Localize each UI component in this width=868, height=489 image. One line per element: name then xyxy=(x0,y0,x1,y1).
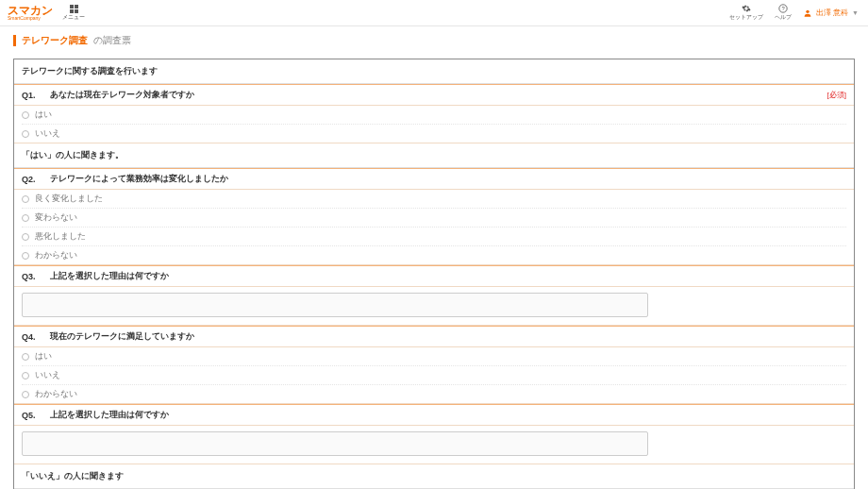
page-title: テレワーク調査 xyxy=(22,34,88,47)
section-title: 「いいえ」の人に聞きます xyxy=(14,464,854,489)
topbar-right: セットアップ ? ヘルプ 出澤 意科 ▼ xyxy=(729,4,859,22)
question-number: Q3. xyxy=(22,272,42,281)
gear-icon xyxy=(742,4,751,13)
radio-icon xyxy=(22,130,29,138)
textarea-wrap xyxy=(14,426,854,464)
radio-option[interactable]: はい xyxy=(22,347,846,366)
question-header: Q3.上記を選択した理由は何ですか xyxy=(14,265,854,287)
accent-bar xyxy=(13,35,16,46)
section-title: 「はい」の人に聞きます。 xyxy=(14,143,854,168)
svg-point-2 xyxy=(806,9,809,12)
options: はいいいえ xyxy=(14,106,854,143)
radio-option[interactable]: 良く変化しました xyxy=(22,190,846,209)
question: Q1.あなたは現在テレワーク対象者ですか[必須]はいいいえ xyxy=(14,84,854,143)
option-label: はい xyxy=(35,109,52,121)
radio-icon xyxy=(22,372,29,379)
page-suffix: の調査票 xyxy=(93,34,131,47)
radio-option[interactable]: わからない xyxy=(22,385,846,403)
radio-icon xyxy=(22,353,29,361)
question-number: Q2. xyxy=(22,175,42,184)
option-label: わからない xyxy=(35,249,77,261)
menu-label: メニュー xyxy=(62,13,85,22)
logo[interactable]: スマカン SmartCompany xyxy=(8,5,53,21)
radio-option[interactable]: いいえ xyxy=(22,366,846,385)
option-label: はい xyxy=(35,350,52,363)
radio-option[interactable]: はい xyxy=(22,106,846,125)
help-button[interactable]: ? ヘルプ xyxy=(775,4,792,22)
question-number: Q1. xyxy=(22,91,42,100)
setup-button[interactable]: セットアップ xyxy=(729,4,763,22)
radio-icon xyxy=(22,195,29,203)
radio-option[interactable]: いいえ xyxy=(22,125,846,143)
grid-icon xyxy=(70,5,78,13)
question-header: Q4.現在のテレワークに満足していますか xyxy=(14,326,854,347)
radio-option[interactable]: 悪化しました xyxy=(22,228,846,246)
radio-icon xyxy=(22,214,29,222)
question: Q3.上記を選択した理由は何ですか xyxy=(14,265,854,326)
user-menu[interactable]: 出澤 意科 ▼ xyxy=(803,8,859,18)
survey-container: テレワークに関する調査を行いますQ1.あなたは現在テレワーク対象者ですか[必須]… xyxy=(13,59,855,489)
textarea-input[interactable] xyxy=(22,293,648,317)
radio-option[interactable]: 変わらない xyxy=(22,209,846,228)
options: 良く変化しました変わらない悪化しましたわからない xyxy=(14,190,854,264)
topbar: スマカン SmartCompany メニュー セットアップ ? ヘルプ 出澤 意… xyxy=(0,0,868,26)
question: Q2.テレワークによって業務効率は変化しましたか良く変化しました変わらない悪化し… xyxy=(14,168,854,265)
textarea-wrap xyxy=(14,287,854,325)
radio-option[interactable]: わからない xyxy=(22,246,846,264)
question-text: 現在のテレワークに満足していますか xyxy=(50,330,194,343)
question-number: Q4. xyxy=(22,332,42,342)
option-label: 悪化しました xyxy=(35,230,86,243)
question: Q5.上記を選択した理由は何ですか xyxy=(14,404,854,464)
page-header: テレワーク調査 の調査票 xyxy=(0,26,868,55)
question-number: Q5. xyxy=(22,411,42,420)
radio-icon xyxy=(22,233,29,241)
options: はいいいえわからない xyxy=(14,347,854,403)
option-label: いいえ xyxy=(35,127,60,140)
option-label: わからない xyxy=(35,388,77,400)
user-icon xyxy=(803,8,812,18)
question-text: 上記を選択した理由は何ですか xyxy=(50,409,169,421)
section-title: テレワークに関する調査を行います xyxy=(14,59,854,84)
option-label: 変わらない xyxy=(35,211,77,224)
setup-label: セットアップ xyxy=(729,13,763,22)
radio-icon xyxy=(22,391,29,398)
option-label: いいえ xyxy=(35,369,60,381)
radio-icon xyxy=(22,111,29,119)
question-header: Q5.上記を選択した理由は何ですか xyxy=(14,404,854,426)
chevron-down-icon: ▼ xyxy=(852,9,859,16)
help-icon: ? xyxy=(778,4,788,13)
option-label: 良く変化しました xyxy=(35,193,103,205)
topbar-left: スマカン SmartCompany メニュー xyxy=(8,5,85,22)
question: Q4.現在のテレワークに満足していますかはいいいえわからない xyxy=(14,326,854,404)
svg-text:?: ? xyxy=(781,6,785,11)
question-text: あなたは現在テレワーク対象者ですか xyxy=(50,89,194,101)
radio-icon xyxy=(22,252,29,260)
question-text: テレワークによって業務効率は変化しましたか xyxy=(50,173,228,185)
textarea-input[interactable] xyxy=(22,431,648,456)
required-badge: [必須] xyxy=(827,90,846,100)
menu-button[interactable]: メニュー xyxy=(62,5,85,22)
question-header: Q2.テレワークによって業務効率は変化しましたか xyxy=(14,168,854,190)
help-label: ヘルプ xyxy=(775,13,792,22)
question-header: Q1.あなたは現在テレワーク対象者ですか[必須] xyxy=(14,84,854,106)
user-name: 出澤 意科 xyxy=(816,8,848,18)
question-text: 上記を選択した理由は何ですか xyxy=(50,270,169,282)
